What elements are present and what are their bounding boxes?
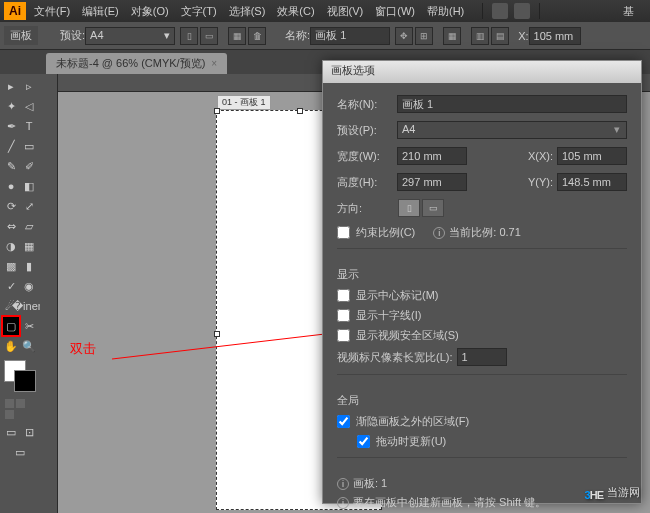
separator [539, 3, 540, 19]
line-tool-icon[interactable]: ╱ [3, 137, 19, 155]
orient-landscape-icon[interactable]: ▭ [200, 27, 218, 45]
magic-wand-tool-icon[interactable]: ✦ [3, 97, 19, 115]
info-icon: i [337, 478, 349, 490]
width-tool-icon[interactable]: ⇔ [3, 217, 19, 235]
menu-object[interactable]: 对象(O) [131, 4, 169, 19]
artboard-options-dialog: 画板选项 名称(N): 预设(P): A4 宽度(W): X(X): 高度(H)… [322, 60, 642, 504]
mesh-tool-icon[interactable]: ▩ [3, 257, 19, 275]
tip1: 要在画板中创建新画板，请按 Shift 键。 [353, 496, 546, 508]
stroke-swatch[interactable] [14, 370, 36, 392]
dlg-preset-select[interactable]: A4 [397, 121, 627, 139]
menu-effect[interactable]: 效果(C) [277, 4, 314, 19]
show-center-checkbox[interactable] [337, 289, 350, 302]
delete-artboard-icon[interactable]: 🗑 [248, 27, 266, 45]
new-artboard-icon[interactable]: ▦ [228, 27, 246, 45]
change-screen-icon[interactable]: ⊡ [21, 423, 37, 441]
eraser-tool-icon[interactable]: ◧ [21, 177, 37, 195]
menu-extra[interactable]: 基 [623, 4, 634, 19]
name-label: 名称: [285, 28, 310, 43]
dlg-x-input[interactable] [557, 147, 627, 165]
constrain-checkbox[interactable] [337, 226, 350, 239]
pencil-tool-icon[interactable]: ✐ [21, 157, 37, 175]
dlg-y-input[interactable] [557, 173, 627, 191]
orient-portrait-button[interactable]: ▯ [398, 199, 420, 217]
app-logo: Ai [4, 2, 26, 20]
menu-help[interactable]: 帮助(H) [427, 4, 464, 19]
options-icon[interactable]: ⊞ [415, 27, 433, 45]
handle-n[interactable] [297, 108, 303, 114]
artboard-label: 01 - 画板 1 [217, 95, 271, 110]
graph-tool-icon[interactable]: �inen [19, 297, 37, 315]
blend-tool-icon[interactable]: ◉ [21, 277, 37, 295]
dlg-x-label: X(X): [513, 150, 553, 162]
gradient-tool-icon[interactable]: ▮ [21, 257, 37, 275]
control-bar: 画板 预设: A4 ▯ ▭ ▦ 🗑 名称: ✥ ⊞ ▦ ▥ ▤ X: [0, 22, 650, 50]
fade-outside-checkbox[interactable] [337, 415, 350, 428]
menu-file[interactable]: 文件(F) [34, 4, 70, 19]
global-section-title: 全局 [337, 393, 627, 408]
document-tab[interactable]: 未标题-4 @ 66% (CMYK/预览) × [46, 53, 227, 74]
menu-view[interactable]: 视图(V) [327, 4, 364, 19]
tearoff-icon[interactable]: ▭ [11, 443, 29, 461]
align-icon[interactable]: ▥ [471, 27, 489, 45]
doc-icon[interactable] [514, 3, 530, 19]
shape-builder-tool-icon[interactable]: ◑ [3, 237, 19, 255]
draw-mode-icons[interactable] [2, 396, 38, 422]
close-icon[interactable]: × [211, 58, 217, 69]
preset-label: 预设: [60, 28, 85, 43]
layout-icon[interactable] [492, 3, 508, 19]
slice-tool-icon[interactable]: ✂ [21, 317, 37, 335]
menu-edit[interactable]: 编辑(E) [82, 4, 119, 19]
scale-tool-icon[interactable]: ⤢ [21, 197, 37, 215]
selection-tool-icon[interactable]: ▸ [3, 77, 19, 95]
rotate-tool-icon[interactable]: ⟳ [3, 197, 19, 215]
watermark-text: 当游网 [607, 485, 640, 500]
orient-portrait-icon[interactable]: ▯ [180, 27, 198, 45]
menu-select[interactable]: 选择(S) [229, 4, 266, 19]
free-transform-tool-icon[interactable]: ▱ [21, 217, 37, 235]
preset-dropdown[interactable]: A4 [85, 27, 175, 45]
info-icon: i [337, 497, 349, 509]
dlg-width-input[interactable] [397, 147, 467, 165]
toolbox: ▸▹ ✦◁ ✒T ╱▭ ✎✐ ●◧ ⟳⤢ ⇔▱ ◑▦ ▩▮ ✓◉ ☄�inen … [0, 74, 40, 513]
svg-line-0 [112, 332, 342, 359]
screen-mode-icon[interactable]: ▭ [3, 423, 19, 441]
lasso-tool-icon[interactable]: ◁ [21, 97, 37, 115]
menu-window[interactable]: 窗口(W) [375, 4, 415, 19]
hand-tool-icon[interactable]: ✋ [3, 337, 19, 355]
info-icon: i [433, 227, 445, 239]
type-tool-icon[interactable]: T [21, 117, 37, 135]
update-drag-label: 拖动时更新(U) [376, 434, 446, 449]
update-drag-checkbox[interactable] [357, 435, 370, 448]
brush-tool-icon[interactable]: ✎ [3, 157, 19, 175]
move-copy-icon[interactable]: ✥ [395, 27, 413, 45]
perspective-tool-icon[interactable]: ▦ [21, 237, 37, 255]
show-safe-label: 显示视频安全区域(S) [356, 328, 459, 343]
zoom-tool-icon[interactable]: 🔍 [21, 337, 37, 355]
eyedropper-tool-icon[interactable]: ✓ [3, 277, 19, 295]
menu-type[interactable]: 文字(T) [181, 4, 217, 19]
dlg-width-label: 宽度(W): [337, 149, 397, 164]
pen-tool-icon[interactable]: ✒ [3, 117, 19, 135]
rectangle-tool-icon[interactable]: ▭ [21, 137, 37, 155]
direct-select-tool-icon[interactable]: ▹ [21, 77, 37, 95]
align2-icon[interactable]: ▤ [491, 27, 509, 45]
video-ruler-label: 视频标尺像素长宽比(L): [337, 350, 453, 365]
video-ruler-input[interactable] [457, 348, 507, 366]
x-label: X: [518, 30, 528, 42]
dlg-height-input[interactable] [397, 173, 467, 191]
artboard-name-input[interactable] [310, 27, 390, 45]
color-swatches[interactable] [2, 360, 38, 396]
tab-title: 未标题-4 @ 66% (CMYK/预览) [56, 56, 205, 71]
dlg-name-input[interactable] [397, 95, 627, 113]
handle-nw[interactable] [214, 108, 220, 114]
display-section-title: 显示 [337, 267, 627, 282]
blob-brush-tool-icon[interactable]: ● [3, 177, 19, 195]
orient-landscape-button[interactable]: ▭ [422, 199, 444, 217]
ref-point-icon[interactable]: ▦ [443, 27, 461, 45]
artboard-tool-icon[interactable]: ▢ [3, 317, 19, 335]
x-input[interactable] [529, 27, 581, 45]
dlg-height-label: 高度(H): [337, 175, 397, 190]
show-cross-checkbox[interactable] [337, 309, 350, 322]
show-safe-checkbox[interactable] [337, 329, 350, 342]
